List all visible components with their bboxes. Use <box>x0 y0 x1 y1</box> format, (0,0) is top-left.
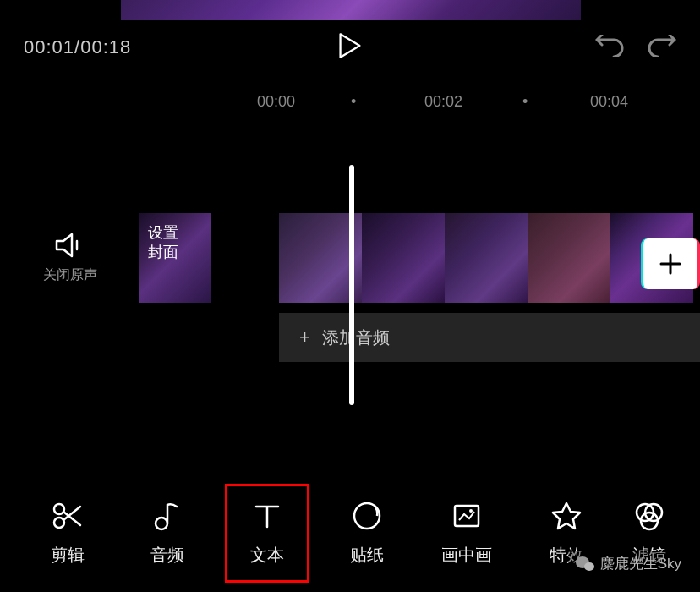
mute-label: 关闭原声 <box>43 266 97 284</box>
watermark-text: 麋鹿先生Sky <box>600 554 681 573</box>
svg-point-0 <box>54 504 64 514</box>
filter-icon <box>633 500 665 532</box>
plus-icon: + <box>299 326 310 348</box>
tool-label: 剪辑 <box>51 544 85 567</box>
add-audio-track[interactable]: + 添加音频 <box>279 313 700 362</box>
playback-controls: 00:01/00:18 <box>0 30 700 64</box>
timeline-ruler[interactable]: 00:00 • 00:02 • 00:04 <box>0 91 700 112</box>
ruler-tick: 00:00 <box>257 93 295 111</box>
video-clip[interactable] <box>528 213 610 303</box>
play-button[interactable] <box>338 32 362 63</box>
wechat-icon <box>575 556 595 573</box>
tool-pip[interactable]: 画中画 <box>424 486 509 580</box>
ruler-tick: 00:02 <box>424 93 462 111</box>
tool-label: 贴纸 <box>350 544 384 567</box>
add-clip-button[interactable] <box>641 238 700 289</box>
mute-section[interactable]: 关闭原声 <box>0 233 139 284</box>
tool-edit[interactable]: 剪辑 <box>25 486 110 580</box>
redo-icon <box>648 35 676 57</box>
scissors-icon <box>52 500 84 532</box>
music-note-icon <box>151 500 183 532</box>
play-icon <box>338 32 362 59</box>
svg-point-2 <box>156 518 167 529</box>
speaker-icon <box>55 233 85 258</box>
video-clip[interactable] <box>362 213 445 303</box>
clips-row[interactable] <box>279 213 700 303</box>
star-icon <box>550 500 582 532</box>
time-display: 00:01/00:18 <box>24 36 131 58</box>
video-preview-strip <box>121 0 581 20</box>
text-icon <box>251 500 283 532</box>
ruler-dot: • <box>351 93 356 111</box>
tool-label: 画中画 <box>441 544 492 567</box>
ruler-tick: 00:04 <box>590 93 628 111</box>
tool-text[interactable]: 文本 <box>225 484 309 583</box>
add-audio-label: 添加音频 <box>322 326 390 349</box>
tool-label: 音频 <box>150 544 184 567</box>
ruler-dot: • <box>522 93 528 111</box>
video-clip[interactable] <box>445 213 528 303</box>
tool-label: 文本 <box>250 544 284 567</box>
playhead[interactable] <box>349 165 354 405</box>
current-time: 00:01 <box>24 36 74 58</box>
picture-in-picture-icon <box>451 500 483 532</box>
svg-point-10 <box>584 562 594 571</box>
tool-sticker[interactable]: 贴纸 <box>325 486 409 580</box>
watermark: 麋鹿先生Sky <box>568 551 688 577</box>
sticker-icon <box>351 500 383 532</box>
cover-label: 设置 封面 <box>148 223 178 263</box>
svg-point-1 <box>54 518 64 528</box>
total-time: 00:18 <box>80 36 131 58</box>
undo-icon <box>595 35 624 57</box>
svg-point-5 <box>469 509 473 513</box>
cover-thumbnail[interactable]: 设置 封面 <box>139 213 211 303</box>
redo-button[interactable] <box>648 35 676 60</box>
undo-button[interactable] <box>595 35 624 60</box>
tool-audio[interactable]: 音频 <box>125 486 210 580</box>
plus-icon <box>658 251 683 277</box>
